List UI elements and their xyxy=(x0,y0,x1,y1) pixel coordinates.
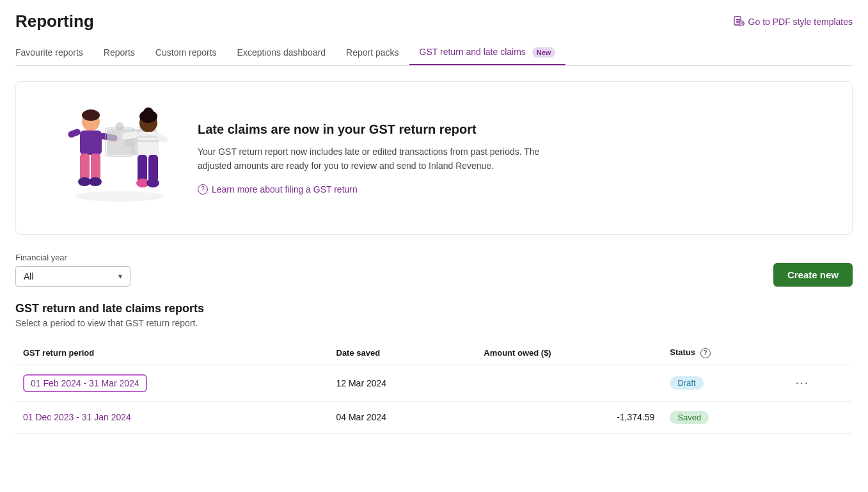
financial-year-select[interactable]: All ▾ xyxy=(15,266,130,287)
filter-selected-value: All xyxy=(24,271,34,282)
th-amount: Amount owed ($) xyxy=(476,341,662,365)
pdf-icon: PDF xyxy=(733,16,745,28)
reports-table: GST return period Date saved Amount owed… xyxy=(15,341,853,434)
period-cell: 01 Dec 2023 - 31 Jan 2024 xyxy=(15,401,329,433)
svg-text:PDF: PDF xyxy=(740,21,745,25)
tab-custom-reports[interactable]: Custom reports xyxy=(145,41,227,65)
svg-rect-9 xyxy=(67,128,81,138)
banner-text-area: Late claims are now in your GST return r… xyxy=(198,122,832,194)
learn-more-link[interactable]: ? Learn more about filing a GST return xyxy=(198,184,358,194)
banner-illustration xyxy=(36,97,177,219)
svg-rect-1 xyxy=(736,19,740,20)
question-circle-icon: ? xyxy=(198,184,208,194)
svg-point-34 xyxy=(75,191,164,202)
row-actions-button[interactable]: ··· xyxy=(796,376,809,390)
th-period: GST return period xyxy=(15,341,329,365)
period-link[interactable]: 01 Dec 2023 - 31 Jan 2024 xyxy=(23,412,131,422)
reports-section: GST return and late claims reports Selec… xyxy=(15,302,853,434)
table-row: 01 Dec 2023 - 31 Jan 2024 04 Mar 2024 -1… xyxy=(15,401,853,433)
page-title: Reporting xyxy=(15,12,94,31)
status-cell: Draft xyxy=(662,365,787,401)
nav-tabs: Favourite reports Reports Custom reports… xyxy=(15,40,853,66)
pdf-templates-link[interactable]: PDF Go to PDF style templates xyxy=(733,16,853,28)
create-new-button[interactable]: Create new xyxy=(773,263,853,287)
amount-cell: -1,374.59 xyxy=(476,401,662,433)
financial-year-filter: Financial year All ▾ xyxy=(15,253,130,287)
actions-cell: ··· xyxy=(788,365,853,401)
main-content: Late claims are now in your GST return r… xyxy=(0,66,868,492)
tab-exceptions-dashboard[interactable]: Exceptions dashboard xyxy=(227,41,336,65)
status-badge-draft: Draft xyxy=(670,376,703,390)
tab-gst-return[interactable]: GST return and late claims New xyxy=(409,40,566,65)
tab-favourite-reports[interactable]: Favourite reports xyxy=(15,41,93,65)
tab-reports[interactable]: Reports xyxy=(93,41,145,65)
banner-description: Your GST return report now includes late… xyxy=(198,145,569,173)
period-cell: 01 Feb 2024 - 31 Mar 2024 xyxy=(15,365,329,401)
th-actions xyxy=(788,341,853,365)
tab-report-packs[interactable]: Report packs xyxy=(336,41,409,65)
svg-rect-12 xyxy=(91,154,100,180)
status-badge-saved: Saved xyxy=(670,411,709,424)
svg-rect-8 xyxy=(80,131,102,155)
svg-point-24 xyxy=(143,107,154,118)
status-cell: Saved xyxy=(662,401,787,433)
info-banner: Late claims are now in your GST return r… xyxy=(15,81,853,235)
new-badge: New xyxy=(532,47,556,58)
svg-rect-31 xyxy=(148,155,158,182)
status-help-icon[interactable]: ? xyxy=(700,348,711,358)
chevron-down-icon: ▾ xyxy=(118,272,122,281)
reports-section-title: GST return and late claims reports xyxy=(15,302,853,315)
svg-rect-11 xyxy=(80,154,90,180)
date-saved-cell: 12 Mar 2024 xyxy=(329,365,477,401)
actions-cell xyxy=(788,401,853,433)
svg-point-16 xyxy=(115,122,124,131)
date-saved-cell: 04 Mar 2024 xyxy=(329,401,477,433)
learn-more-label: Learn more about filing a GST return xyxy=(212,184,358,194)
svg-point-33 xyxy=(146,179,159,187)
reports-section-subtitle: Select a period to view that GST return … xyxy=(15,318,853,328)
svg-point-14 xyxy=(89,177,102,186)
amount-cell xyxy=(476,365,662,401)
svg-rect-3 xyxy=(736,22,739,23)
svg-rect-25 xyxy=(138,132,159,156)
svg-rect-27 xyxy=(138,140,159,142)
filter-label: Financial year xyxy=(15,253,130,262)
th-date-saved: Date saved xyxy=(329,341,477,365)
svg-point-7 xyxy=(82,109,100,121)
pdf-link-label: Go to PDF style templates xyxy=(748,17,853,27)
svg-rect-26 xyxy=(138,136,159,138)
svg-rect-30 xyxy=(138,155,147,182)
filter-row: Financial year All ▾ Create new xyxy=(15,253,853,287)
banner-title: Late claims are now in your GST return r… xyxy=(198,122,832,137)
period-link-active[interactable]: 01 Feb 2024 - 31 Mar 2024 xyxy=(23,374,147,392)
th-status: Status ? xyxy=(662,341,787,365)
table-row: 01 Feb 2024 - 31 Mar 2024 12 Mar 2024 Dr… xyxy=(15,365,853,401)
